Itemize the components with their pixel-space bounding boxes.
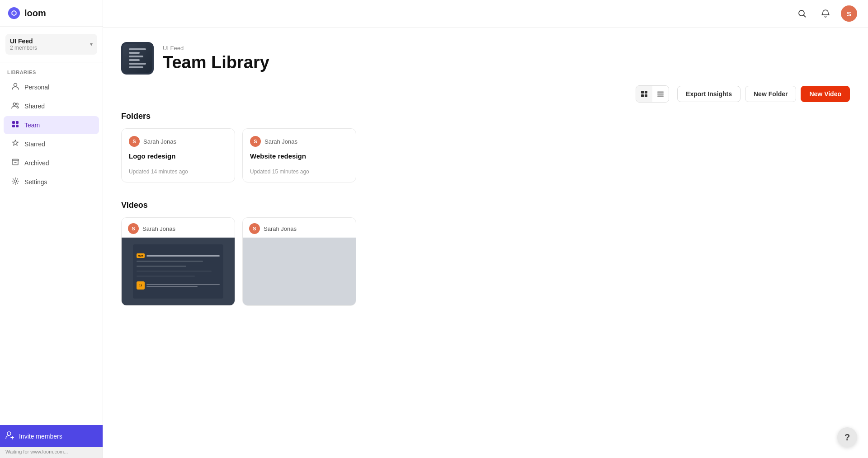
list-view-button[interactable] — [652, 86, 669, 102]
video-card[interactable]: S Sarah Jonas — [242, 217, 356, 306]
nav-shared-label: Shared — [24, 103, 45, 110]
svg-rect-19 — [657, 96, 664, 97]
libraries-section-label: Libraries — [0, 62, 103, 78]
invite-icon — [5, 430, 14, 442]
invite-members-button[interactable]: Invite members — [0, 425, 103, 447]
toolbar: Export Insights New Folder New Video — [103, 85, 868, 112]
folders-section-title: Folders — [121, 112, 850, 121]
loom-logo-text: loom — [24, 8, 46, 19]
folder-author-avatar: S — [250, 136, 261, 147]
folder-name: Website redesign — [250, 152, 349, 160]
video-author-name: Sarah Jonas — [264, 225, 297, 232]
svg-rect-9 — [12, 159, 19, 161]
folders-grid: S Sarah Jonas Logo redesign Updated 14 m… — [121, 128, 356, 182]
nav-settings[interactable]: Settings — [4, 173, 99, 191]
sidebar: loom UI Feed 2 members ▾ Libraries Perso… — [0, 0, 103, 458]
video-author-avatar: S — [128, 223, 139, 234]
svg-point-4 — [16, 103, 19, 105]
video-card-header: S Sarah Jonas — [122, 218, 235, 238]
nav-shared[interactable]: Shared — [4, 97, 99, 115]
folder-card[interactable]: S Sarah Jonas Logo redesign Updated 14 m… — [121, 128, 235, 182]
folder-author-name: Sarah Jonas — [143, 138, 176, 145]
video-card[interactable]: S Sarah Jonas MEM — [121, 217, 235, 306]
topbar: S — [103, 0, 868, 28]
svg-point-2 — [14, 84, 17, 87]
nav-starred[interactable]: Starred — [4, 135, 99, 153]
nav-personal[interactable]: Personal — [4, 78, 99, 96]
breadcrumb: UI Feed — [163, 45, 269, 51]
nav-personal-label: Personal — [24, 84, 49, 91]
video-author-name: Sarah Jonas — [142, 225, 175, 232]
svg-point-3 — [13, 103, 16, 106]
nav-archived[interactable]: Archived — [4, 154, 99, 172]
svg-rect-18 — [657, 93, 664, 95]
video-thumbnail — [243, 238, 356, 305]
svg-rect-6 — [16, 121, 19, 124]
gear-icon — [11, 177, 20, 187]
user-avatar[interactable]: S — [841, 5, 857, 22]
svg-rect-17 — [657, 92, 664, 93]
star-icon — [11, 139, 20, 149]
help-icon: ? — [844, 432, 850, 443]
page-header: UI Feed Team Library — [103, 28, 868, 85]
svg-point-10 — [14, 180, 17, 182]
grid-view-button[interactable] — [636, 86, 652, 102]
nav-starred-label: Starred — [24, 140, 45, 148]
main-content: S UI Feed Team Library — [103, 0, 868, 458]
notifications-button[interactable] — [817, 5, 834, 22]
people-icon — [11, 101, 20, 111]
folder-card[interactable]: S Sarah Jonas Website redesign Updated 1… — [242, 128, 356, 182]
new-video-button[interactable]: New Video — [801, 86, 850, 102]
logo-area: loom — [0, 0, 103, 27]
export-insights-button[interactable]: Export Insights — [677, 86, 741, 102]
svg-rect-14 — [645, 91, 647, 93]
workspace-header: UI Feed 2 members ▾ — [0, 27, 103, 62]
videos-grid: S Sarah Jonas MEM — [121, 217, 356, 306]
folder-updated: Updated 15 minutes ago — [250, 168, 349, 175]
svg-point-1 — [12, 11, 16, 15]
workspace-members: 2 members — [10, 45, 37, 51]
workspace-info: UI Feed 2 members — [10, 37, 37, 51]
grid-icon — [11, 120, 20, 130]
video-card-header: S Sarah Jonas — [243, 218, 356, 238]
help-button[interactable]: ? — [837, 427, 857, 447]
svg-rect-8 — [16, 125, 19, 127]
new-folder-button[interactable]: New Folder — [745, 86, 796, 102]
svg-rect-13 — [641, 91, 644, 93]
videos-section-title: Videos — [121, 201, 850, 210]
invite-members-label: Invite members — [19, 433, 62, 440]
nav-team-label: Team — [24, 122, 40, 129]
folder-name: Logo redesign — [129, 152, 227, 160]
folder-card-author-area: S Sarah Jonas — [250, 136, 349, 147]
page-title: Team Library — [163, 53, 269, 72]
nav-team[interactable]: Team — [4, 116, 99, 134]
video-thumbnail: MEM 12 — [122, 238, 235, 305]
view-toggle — [636, 85, 669, 103]
svg-rect-5 — [12, 121, 15, 124]
loom-logo-icon — [7, 6, 21, 20]
svg-point-11 — [7, 432, 11, 435]
folder-updated: Updated 14 minutes ago — [129, 168, 227, 175]
person-icon — [11, 82, 20, 92]
svg-rect-7 — [12, 125, 15, 127]
svg-rect-16 — [645, 94, 647, 97]
workspace-name: UI Feed — [10, 37, 37, 45]
sidebar-status: Waiting for www.loom.com... — [0, 447, 103, 458]
page-thumbnail — [121, 42, 154, 75]
folder-author-avatar: S — [129, 136, 140, 147]
workspace-selector[interactable]: UI Feed 2 members ▾ — [5, 34, 97, 55]
svg-rect-15 — [641, 94, 644, 97]
nav-settings-label: Settings — [24, 178, 47, 186]
page-header-text: UI Feed Team Library — [163, 45, 269, 72]
folder-author-name: Sarah Jonas — [264, 138, 297, 145]
folder-card-author-area: S Sarah Jonas — [129, 136, 227, 147]
archive-icon — [11, 158, 20, 168]
search-button[interactable] — [794, 5, 810, 22]
content-area: Folders S Sarah Jonas Logo redesign Upda… — [103, 112, 868, 324]
chevron-down-icon: ▾ — [90, 41, 93, 47]
video-author-avatar: S — [249, 223, 260, 234]
nav-archived-label: Archived — [24, 159, 49, 167]
